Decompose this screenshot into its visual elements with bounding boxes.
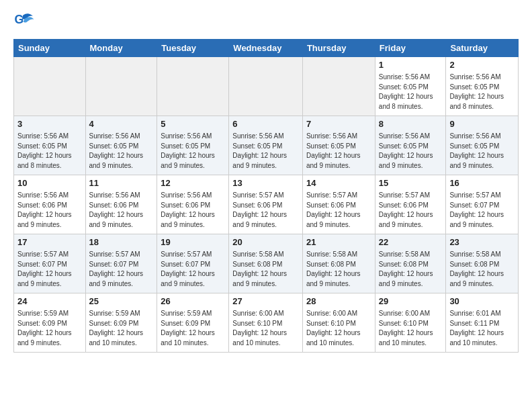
- day-number: 9: [449, 118, 515, 130]
- day-number: 22: [379, 236, 443, 248]
- day-info: Sunrise: 5:58 AMSunset: 6:08 PMDaylight:…: [232, 250, 299, 289]
- day-number: 26: [161, 295, 225, 308]
- day-number: 3: [17, 118, 82, 130]
- calendar-cell: 17Sunrise: 5:57 AMSunset: 6:07 PMDayligh…: [14, 234, 86, 293]
- calendar-cell: 11Sunrise: 5:56 AMSunset: 6:06 PMDayligh…: [85, 175, 157, 234]
- calendar-cell: 1Sunrise: 5:56 AMSunset: 6:05 PMDaylight…: [375, 57, 446, 116]
- day-info: Sunrise: 5:59 AMSunset: 6:09 PMDaylight:…: [17, 309, 82, 348]
- day-info: Sunrise: 6:00 AMSunset: 6:10 PMDaylight:…: [306, 309, 371, 348]
- calendar-cell: 15Sunrise: 5:57 AMSunset: 6:06 PMDayligh…: [375, 175, 446, 234]
- day-info: Sunrise: 5:56 AMSunset: 6:05 PMDaylight:…: [89, 132, 154, 171]
- calendar-cell: [157, 57, 229, 116]
- day-number: 14: [306, 177, 371, 189]
- calendar-cell: 6Sunrise: 5:56 AMSunset: 6:05 PMDaylight…: [229, 116, 303, 175]
- calendar-cell: 29Sunrise: 6:00 AMSunset: 6:10 PMDayligh…: [375, 293, 446, 353]
- weekday-header-friday: Friday: [375, 40, 446, 57]
- day-number: 30: [449, 295, 515, 308]
- calendar-cell: 13Sunrise: 5:57 AMSunset: 6:06 PMDayligh…: [229, 175, 303, 234]
- day-number: 4: [89, 118, 154, 130]
- calendar-cell: 7Sunrise: 5:56 AMSunset: 6:05 PMDaylight…: [302, 116, 375, 175]
- calendar-week-3: 10Sunrise: 5:56 AMSunset: 6:06 PMDayligh…: [14, 175, 519, 234]
- calendar-week-1: 1Sunrise: 5:56 AMSunset: 6:05 PMDaylight…: [14, 57, 519, 116]
- day-info: Sunrise: 5:56 AMSunset: 6:05 PMDaylight:…: [306, 132, 371, 171]
- day-info: Sunrise: 5:58 AMSunset: 6:08 PMDaylight:…: [379, 250, 443, 289]
- day-info: Sunrise: 5:57 AMSunset: 6:07 PMDaylight:…: [449, 191, 515, 230]
- day-number: 27: [232, 295, 299, 308]
- day-number: 7: [306, 118, 371, 130]
- day-info: Sunrise: 5:58 AMSunset: 6:08 PMDaylight:…: [449, 250, 515, 289]
- weekday-header-saturday: Saturday: [446, 40, 519, 57]
- day-info: Sunrise: 5:56 AMSunset: 6:05 PMDaylight:…: [17, 132, 82, 171]
- day-info: Sunrise: 5:56 AMSunset: 6:06 PMDaylight:…: [89, 191, 154, 230]
- day-info: Sunrise: 5:56 AMSunset: 6:05 PMDaylight:…: [379, 73, 443, 111]
- day-number: 10: [17, 177, 82, 189]
- day-number: 25: [89, 295, 154, 308]
- day-info: Sunrise: 5:56 AMSunset: 6:05 PMDaylight:…: [232, 132, 299, 171]
- calendar-header: SundayMondayTuesdayWednesdayThursdayFrid…: [14, 40, 519, 57]
- weekday-header-row: SundayMondayTuesdayWednesdayThursdayFrid…: [14, 40, 519, 57]
- day-number: 24: [17, 295, 82, 308]
- day-number: 29: [379, 295, 443, 308]
- weekday-header-thursday: Thursday: [302, 40, 375, 57]
- weekday-header-monday: Monday: [85, 40, 157, 57]
- calendar-cell: 23Sunrise: 5:58 AMSunset: 6:08 PMDayligh…: [446, 234, 519, 293]
- day-info: Sunrise: 5:56 AMSunset: 6:05 PMDaylight:…: [449, 73, 515, 111]
- day-info: Sunrise: 5:57 AMSunset: 6:07 PMDaylight:…: [17, 250, 82, 289]
- calendar-cell: 4Sunrise: 5:56 AMSunset: 6:05 PMDaylight…: [85, 116, 157, 175]
- calendar-cell: 20Sunrise: 5:58 AMSunset: 6:08 PMDayligh…: [229, 234, 303, 293]
- calendar-cell: 3Sunrise: 5:56 AMSunset: 6:05 PMDaylight…: [14, 116, 86, 175]
- day-info: Sunrise: 5:57 AMSunset: 6:06 PMDaylight:…: [379, 191, 443, 230]
- day-number: 23: [449, 236, 515, 248]
- day-number: 13: [232, 177, 299, 189]
- calendar-cell: 5Sunrise: 5:56 AMSunset: 6:05 PMDaylight…: [157, 116, 229, 175]
- day-info: Sunrise: 5:59 AMSunset: 6:09 PMDaylight:…: [89, 309, 154, 348]
- calendar-cell: 30Sunrise: 6:01 AMSunset: 6:11 PMDayligh…: [446, 293, 519, 353]
- weekday-header-tuesday: Tuesday: [157, 40, 229, 57]
- calendar-cell: 28Sunrise: 6:00 AMSunset: 6:10 PMDayligh…: [302, 293, 375, 353]
- calendar-cell: 12Sunrise: 5:56 AMSunset: 6:06 PMDayligh…: [157, 175, 229, 234]
- day-info: Sunrise: 5:56 AMSunset: 6:05 PMDaylight:…: [449, 132, 515, 171]
- day-number: 28: [306, 295, 371, 308]
- calendar-cell: [85, 57, 157, 116]
- calendar-cell: 9Sunrise: 5:56 AMSunset: 6:05 PMDaylight…: [446, 116, 519, 175]
- day-number: 11: [89, 177, 154, 189]
- day-info: Sunrise: 6:00 AMSunset: 6:10 PMDaylight:…: [379, 309, 443, 348]
- header: G: [13, 11, 519, 32]
- calendar-body: 1Sunrise: 5:56 AMSunset: 6:05 PMDaylight…: [14, 57, 519, 353]
- day-number: 18: [89, 236, 154, 248]
- svg-text:G: G: [15, 13, 24, 26]
- calendar-table: SundayMondayTuesdayWednesdayThursdayFrid…: [13, 39, 519, 353]
- day-info: Sunrise: 5:57 AMSunset: 6:06 PMDaylight:…: [306, 191, 371, 230]
- calendar-cell: 19Sunrise: 5:57 AMSunset: 6:07 PMDayligh…: [157, 234, 229, 293]
- calendar-week-2: 3Sunrise: 5:56 AMSunset: 6:05 PMDaylight…: [14, 116, 519, 175]
- calendar-cell: [229, 57, 303, 116]
- day-number: 2: [449, 59, 515, 71]
- day-number: 16: [449, 177, 515, 189]
- day-number: 20: [232, 236, 299, 248]
- calendar-cell: 22Sunrise: 5:58 AMSunset: 6:08 PMDayligh…: [375, 234, 446, 293]
- page: G SundayMondayTuesdayWednesdayThursdayFr…: [0, 0, 532, 359]
- calendar-cell: 16Sunrise: 5:57 AMSunset: 6:07 PMDayligh…: [446, 175, 519, 234]
- day-number: 1: [379, 59, 443, 71]
- calendar-cell: 8Sunrise: 5:56 AMSunset: 6:05 PMDaylight…: [375, 116, 446, 175]
- logo-icon: G: [13, 11, 35, 32]
- day-info: Sunrise: 5:58 AMSunset: 6:08 PMDaylight:…: [306, 250, 371, 289]
- day-info: Sunrise: 6:00 AMSunset: 6:10 PMDaylight:…: [232, 309, 299, 348]
- calendar-cell: 24Sunrise: 5:59 AMSunset: 6:09 PMDayligh…: [14, 293, 86, 353]
- calendar-cell: 14Sunrise: 5:57 AMSunset: 6:06 PMDayligh…: [302, 175, 375, 234]
- day-number: 17: [17, 236, 82, 248]
- calendar-week-5: 24Sunrise: 5:59 AMSunset: 6:09 PMDayligh…: [14, 293, 519, 353]
- calendar-cell: 25Sunrise: 5:59 AMSunset: 6:09 PMDayligh…: [85, 293, 157, 353]
- day-info: Sunrise: 5:56 AMSunset: 6:05 PMDaylight:…: [161, 132, 225, 171]
- calendar-cell: 27Sunrise: 6:00 AMSunset: 6:10 PMDayligh…: [229, 293, 303, 353]
- calendar-cell: 2Sunrise: 5:56 AMSunset: 6:05 PMDaylight…: [446, 57, 519, 116]
- calendar-cell: 21Sunrise: 5:58 AMSunset: 6:08 PMDayligh…: [302, 234, 375, 293]
- day-number: 12: [161, 177, 225, 189]
- day-info: Sunrise: 5:59 AMSunset: 6:09 PMDaylight:…: [161, 309, 225, 348]
- day-info: Sunrise: 5:57 AMSunset: 6:06 PMDaylight:…: [232, 191, 299, 230]
- day-info: Sunrise: 5:56 AMSunset: 6:06 PMDaylight:…: [17, 191, 82, 230]
- calendar-cell: 26Sunrise: 5:59 AMSunset: 6:09 PMDayligh…: [157, 293, 229, 353]
- day-info: Sunrise: 5:57 AMSunset: 6:07 PMDaylight:…: [161, 250, 225, 289]
- weekday-header-sunday: Sunday: [14, 40, 86, 57]
- day-info: Sunrise: 6:01 AMSunset: 6:11 PMDaylight:…: [449, 309, 515, 348]
